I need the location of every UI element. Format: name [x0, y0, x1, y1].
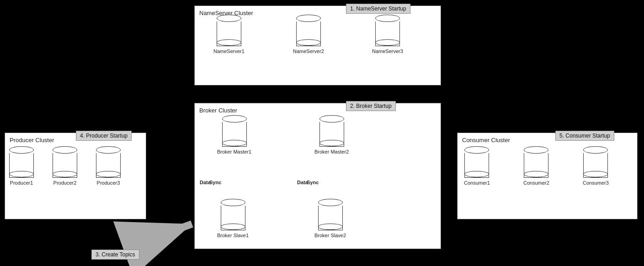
consumer2-cylinder: [524, 146, 548, 178]
broker-slave1-group: Broker Slave1: [217, 199, 249, 238]
cyl-body: [53, 153, 77, 178]
nameserver1-label: NameServer1: [213, 48, 245, 54]
producer2-cylinder: [53, 146, 77, 178]
cyl-top: [222, 115, 247, 122]
cyl-bottom: [524, 171, 548, 177]
cyl-top: [524, 146, 548, 154]
broker-master2-label: Broker Master2: [314, 149, 349, 154]
cyl-body: [319, 122, 344, 147]
cyl-top: [221, 199, 245, 206]
consumer3-group: Consumer3: [583, 146, 609, 186]
cyl-top: [217, 15, 241, 22]
cyl-top: [319, 115, 344, 122]
producer1-group: Producer1: [9, 146, 34, 186]
producer-step-badge: 4. Producer Startup: [76, 131, 132, 141]
cyl-bottom: [222, 140, 247, 146]
broker-slave2-label: Broker Slave2: [314, 233, 346, 238]
broker-master2-group: Broker Master2: [314, 115, 349, 154]
cyl-body: [222, 122, 247, 147]
cyl-body: [221, 206, 245, 230]
consumer2-group: Consumer2: [523, 146, 549, 186]
consumer-cluster-label: Consumer Cluster: [462, 137, 510, 144]
producer2-label: Producer2: [53, 180, 77, 186]
broker-slave2-cylinder: [318, 199, 343, 231]
cyl-body: [464, 153, 489, 178]
cyl-top: [318, 199, 343, 206]
nameserver2-group: NameServer2: [293, 15, 324, 54]
consumer-step-badge: 5. Consumer Startup: [555, 131, 614, 141]
consumer2-label: Consumer2: [523, 180, 549, 186]
producer3-cylinder: [96, 146, 121, 178]
cyl-top: [9, 146, 34, 154]
cyl-bottom: [96, 171, 121, 177]
nameserver1-group: NameServer1: [213, 15, 245, 54]
consumer1-label: Consumer1: [464, 180, 490, 186]
diagram-area: NameServer Cluster 1. NameServer Startup…: [0, 0, 644, 266]
consumer3-label: Consumer3: [583, 180, 609, 186]
cyl-bottom: [464, 171, 489, 177]
cyl-bottom: [375, 39, 400, 46]
cyl-top: [53, 146, 77, 154]
broker-cluster-label: Broker Cluster: [199, 107, 237, 114]
cyl-top: [375, 15, 400, 22]
broker-master2-cylinder: [319, 115, 344, 147]
broker-step-badge: 2. Broker Startup: [346, 101, 396, 111]
nameserver-step-badge: 1. NameServer Startup: [346, 4, 410, 14]
cyl-body: [9, 153, 34, 178]
producer1-label: Producer1: [10, 180, 33, 186]
producer1-cylinder: [9, 146, 34, 178]
broker-master1-label: Broker Master1: [217, 149, 251, 154]
cyl-bottom: [583, 171, 608, 177]
consumer3-cylinder: [583, 146, 608, 178]
consumer1-cylinder: [464, 146, 489, 178]
cyl-body: [217, 21, 241, 46]
broker-slave1-cylinder: [221, 199, 245, 231]
cyl-bottom: [53, 171, 77, 177]
broker-slave1-label: Broker Slave1: [217, 233, 249, 238]
right-sync-label: Sync: [307, 180, 319, 185]
nameserver3-group: NameServer3: [372, 15, 403, 54]
broker-master1-group: Broker Master1: [217, 115, 251, 154]
nameserver2-label: NameServer2: [293, 48, 324, 54]
nameserver2-cylinder: [296, 15, 321, 47]
broker-master1-cylinder: [222, 115, 247, 147]
cyl-top: [583, 146, 608, 154]
cyl-body: [96, 153, 121, 178]
producer3-label: Producer3: [97, 180, 120, 186]
consumer1-group: Consumer1: [464, 146, 490, 186]
nameserver1-cylinder: [217, 15, 241, 47]
cyl-top: [96, 146, 121, 154]
producer3-group: Producer3: [96, 146, 121, 186]
broker-slave2-group: Broker Slave2: [314, 199, 346, 238]
producer-cluster-label: Producer Cluster: [10, 137, 54, 144]
cyl-body: [583, 153, 608, 178]
producer2-group: Producer2: [53, 146, 77, 186]
cyl-bottom: [217, 39, 241, 46]
cyl-body: [318, 206, 343, 230]
cyl-bottom: [9, 171, 34, 177]
nameserver3-cylinder: [375, 15, 400, 47]
cyl-top: [296, 15, 321, 22]
left-sync-label: Sync: [209, 180, 221, 185]
cyl-bottom: [296, 39, 321, 46]
create-topics-badge: 3. Create Topics: [91, 250, 139, 260]
cyl-top: [464, 146, 489, 154]
cyl-bottom: [319, 140, 344, 146]
nameserver3-label: NameServer3: [372, 48, 403, 54]
cyl-body: [296, 21, 321, 46]
cyl-body: [375, 21, 400, 46]
cyl-bottom: [221, 223, 245, 230]
cyl-bottom: [318, 223, 343, 230]
cyl-body: [524, 153, 548, 178]
